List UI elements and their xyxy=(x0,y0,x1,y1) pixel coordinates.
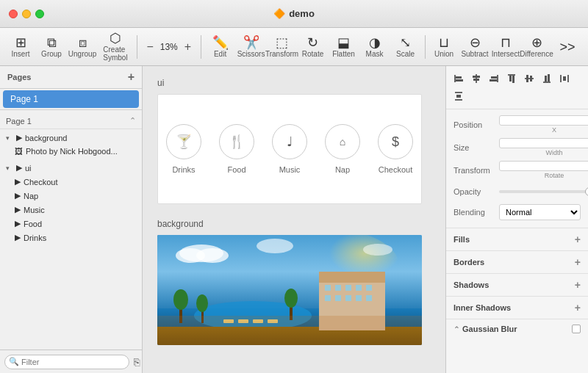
copy-icon[interactable]: ⎘ xyxy=(134,356,140,368)
svg-rect-37 xyxy=(473,76,480,78)
difference-button[interactable]: ⊕ Difference xyxy=(522,33,551,61)
transform-button[interactable]: ⬚ Transform xyxy=(268,33,297,61)
rotate-button[interactable]: ↻ Rotate xyxy=(298,33,328,61)
canvas-ui-frame[interactable]: 🍸 Drinks 🍴 Food ♩ Music ⌂ Nap xyxy=(157,94,422,204)
canvas-area[interactable]: ui 🍸 Drinks 🍴 Food ♩ Music xyxy=(143,66,445,373)
ui-icon-food: 🍴 Food xyxy=(219,124,254,174)
align-middle-button[interactable] xyxy=(521,70,537,87)
inner-shadows-header[interactable]: Inner Shadows + xyxy=(446,297,588,319)
intersect-button[interactable]: ⊓ Intersect xyxy=(491,33,520,61)
layer-drinks[interactable]: ▶ Drinks xyxy=(0,231,142,245)
fills-add-button[interactable]: + xyxy=(575,233,581,245)
inner-shadows-label: Inner Shadows xyxy=(453,303,511,312)
borders-add-button[interactable]: + xyxy=(575,256,581,268)
align-center-h-button[interactable] xyxy=(468,70,484,87)
food-circle: 🍴 xyxy=(219,124,254,159)
rotate-input[interactable] xyxy=(499,161,588,171)
layers-collapse-icon[interactable]: ⌃ xyxy=(129,116,136,126)
svg-rect-54 xyxy=(455,92,462,93)
minimize-button[interactable] xyxy=(22,10,31,18)
borders-header[interactable]: Borders + xyxy=(446,251,588,274)
shadows-add-button[interactable]: + xyxy=(575,279,581,291)
zoom-in-button[interactable]: + xyxy=(182,40,193,54)
insert-button[interactable]: ⊞ Insert xyxy=(6,33,35,61)
flatten-button[interactable]: ⬓ Flatten xyxy=(329,33,359,61)
canvas-bg-frame[interactable] xyxy=(157,235,422,345)
canvas-bg-label: background xyxy=(157,219,431,229)
insert-icon: ⊞ xyxy=(15,36,26,49)
union-button[interactable]: ⊔ Union xyxy=(429,33,459,61)
layer-checkout[interactable]: ▶ Checkout xyxy=(0,175,142,189)
main-layout: Pages + Page 1 Page 1 ⌃ ▾ ▶ background 🖼… xyxy=(0,66,588,373)
gaussian-blur-row: ⌃ Gaussian Blur xyxy=(446,319,588,338)
mask-button[interactable]: ◑ Mask xyxy=(360,33,390,61)
svg-rect-50 xyxy=(548,74,550,82)
maximize-button[interactable] xyxy=(35,10,44,18)
align-bottom-button[interactable] xyxy=(539,70,555,87)
gaussian-blur-checkbox[interactable] xyxy=(572,325,581,333)
create-symbol-button[interactable]: ⬡ Create Symbol xyxy=(98,29,132,65)
layer-nap[interactable]: ▶ Nap xyxy=(0,189,142,203)
layer-group-background: ▾ ▶ background 🖼 Photo by Nick Hobgood..… xyxy=(0,129,142,159)
layer-group-ui-header[interactable]: ▾ ▶ ui xyxy=(0,161,142,175)
add-page-button[interactable]: + xyxy=(128,70,135,84)
align-bar xyxy=(446,66,588,109)
x-input[interactable] xyxy=(499,115,588,126)
opacity-slider[interactable] xyxy=(499,190,588,193)
align-top-button[interactable] xyxy=(503,70,520,87)
fills-header[interactable]: Fills + xyxy=(446,228,588,251)
zoom-out-button[interactable]: − xyxy=(144,40,155,54)
scissors-button[interactable]: ✂️ Scissors xyxy=(237,33,266,61)
group-button[interactable]: ⧉ Group xyxy=(37,33,66,61)
flatten-label: Flatten xyxy=(332,50,355,58)
ungroup-icon: ⧈ xyxy=(79,36,87,49)
filter-wrapper: 🔍 xyxy=(4,355,129,369)
shadows-header[interactable]: Shadows + xyxy=(446,274,588,297)
subtract-button[interactable]: ⊖ Subtract xyxy=(460,33,490,61)
width-input[interactable] xyxy=(499,138,588,148)
inner-shadows-add-button[interactable]: + xyxy=(575,302,581,314)
intersect-icon: ⊓ xyxy=(501,36,511,49)
pages-label: Pages xyxy=(7,73,31,82)
layer-music[interactable]: ▶ Music xyxy=(0,203,142,217)
svg-rect-35 xyxy=(456,79,463,82)
x-label: X xyxy=(552,126,556,134)
window-title: 🔶 demo xyxy=(273,8,315,19)
checkout-label: Checkout xyxy=(379,165,412,174)
size-inputs: Width 🔒 Height xyxy=(499,138,588,156)
sidebar-page-item[interactable]: Page 1 xyxy=(3,90,139,108)
opacity-label: Opacity xyxy=(453,187,495,196)
svg-rect-15 xyxy=(356,285,362,291)
gaussian-chevron-icon[interactable]: ⌃ xyxy=(453,325,459,333)
distribute-h-button[interactable] xyxy=(556,70,573,87)
layer-group-background-header[interactable]: ▾ ▶ background xyxy=(0,131,142,145)
layer-photo-item[interactable]: 🖼 Photo by Nick Hobgood... xyxy=(0,145,142,158)
edit-label: Edit xyxy=(214,50,226,58)
filter-input[interactable] xyxy=(4,355,129,369)
more-button[interactable]: >> xyxy=(553,37,582,57)
fills-label: Fills xyxy=(453,235,470,244)
align-right-button[interactable] xyxy=(486,70,502,87)
mask-icon: ◑ xyxy=(369,36,381,49)
borders-label: Borders xyxy=(453,258,484,267)
ungroup-button[interactable]: ⧈ Ungroup xyxy=(68,33,97,61)
edit-button[interactable]: ✏️ Edit xyxy=(206,33,235,61)
rotate-icon: ↻ xyxy=(307,36,318,49)
svg-rect-49 xyxy=(545,76,547,82)
svg-rect-42 xyxy=(508,74,515,76)
scale-button[interactable]: ⤡ Scale xyxy=(391,33,420,61)
difference-label: Difference xyxy=(520,50,553,58)
close-button[interactable] xyxy=(9,10,18,18)
blending-select[interactable]: Normal Multiply Screen Overlay xyxy=(499,204,581,220)
distribute-v-button[interactable] xyxy=(451,88,467,104)
width-field-wrap: Width xyxy=(499,138,588,156)
subtract-icon: ⊖ xyxy=(470,36,481,49)
svg-rect-14 xyxy=(345,285,351,291)
title-icon: 🔶 xyxy=(273,8,285,19)
svg-rect-56 xyxy=(456,95,461,98)
align-left-button[interactable] xyxy=(451,70,467,87)
svg-rect-44 xyxy=(512,76,514,83)
union-icon: ⊔ xyxy=(439,36,449,49)
folder-icon-ui: ▶ xyxy=(16,163,22,173)
layer-food[interactable]: ▶ Food xyxy=(0,217,142,231)
